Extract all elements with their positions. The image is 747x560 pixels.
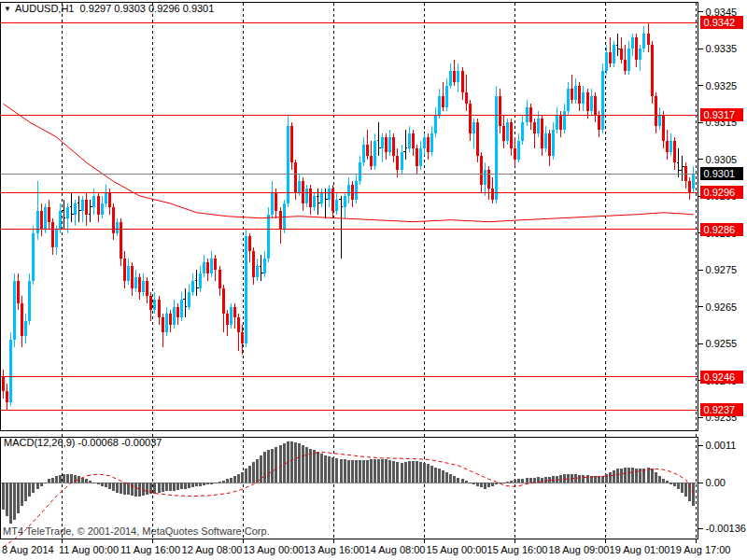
macd-panel (1, 441, 698, 523)
time-axis-label: 13 Aug 16:00 (304, 544, 365, 555)
mt4-chart-window: 0.93450.93350.93250.93150.93050.92950.92… (0, 0, 747, 560)
level-price-badge: 0.9317 (704, 109, 736, 120)
price-badges: 0.93420.93170.93010.92960.92860.92460.92… (700, 16, 743, 416)
time-axis-label: 15 Aug 00:00 (427, 544, 487, 555)
current-price-badge: 0.9301 (704, 168, 736, 179)
level-price-badge: 0.9237 (704, 404, 736, 415)
chart-title: ▼AUDUSD,H1 0.9297 0.9303 0.9296 0.9301 (4, 3, 214, 14)
watermark: MT4 TeleTrade, © 2001-2014, MetaQuotes S… (3, 525, 270, 537)
macd-axis-tick-label: -0.00136 (706, 523, 746, 534)
level-price-badge: 0.9286 (704, 224, 736, 235)
price-axis-tick-label: 0.9265 (706, 301, 738, 313)
time-axis-label: 14 Aug 08:00 (365, 544, 426, 555)
time-axis-label: 8 Aug 2014 (2, 544, 54, 555)
level-price-badge: 0.9246 (704, 371, 736, 383)
time-axis-label: 12 Aug 08:00 (182, 544, 243, 555)
level-price-badge: 0.9296 (704, 187, 736, 198)
time-axis-label: 19 Aug 01:00 (610, 544, 670, 555)
macd-indicator-label: MACD(12,26,9) -0.00068 -0.00037 (4, 437, 162, 448)
price-axis-tick-label: 0.9335 (706, 43, 738, 54)
symbol-dropdown-icon: ▼ (4, 5, 11, 13)
time-axis-label: 18 Aug 09:00 (549, 544, 610, 555)
chart-title-text: AUDUSD,H1 0.9297 0.9303 0.9296 0.9301 (15, 3, 214, 14)
macd-axis-tick-label: 0.00 (706, 477, 726, 488)
time-axis-label: 13 Aug 00:00 (244, 544, 304, 555)
level-price-badge: 0.9342 (704, 17, 736, 28)
price-axis-tick-label: 0.9255 (706, 338, 738, 349)
grid-lines (63, 3, 697, 538)
moving-average-line (4, 104, 694, 221)
price-axis-tick-label: 0.9275 (706, 264, 738, 275)
time-axis-label: 19 Aug 17:00 (670, 544, 731, 555)
chart-canvas[interactable]: 0.93450.93350.93250.93150.93050.92950.92… (0, 0, 747, 560)
time-axis: 8 Aug 201411 Aug 00:0011 Aug 16:0012 Aug… (2, 539, 730, 556)
price-axis: 0.93450.93350.93250.93150.93050.92950.92… (698, 7, 746, 535)
macd-axis-tick-label: 0.0011 (706, 440, 737, 451)
price-axis-tick-label: 0.9305 (706, 154, 738, 165)
price-axis-tick-label: 0.9345 (706, 7, 738, 18)
panel-borders (1, 3, 698, 539)
price-axis-tick-label: 0.9325 (706, 80, 738, 91)
time-axis-label: 15 Aug 16:00 (487, 544, 548, 555)
time-axis-label: 11 Aug 00:00 (59, 544, 119, 555)
time-axis-label: 11 Aug 16:00 (120, 544, 180, 555)
